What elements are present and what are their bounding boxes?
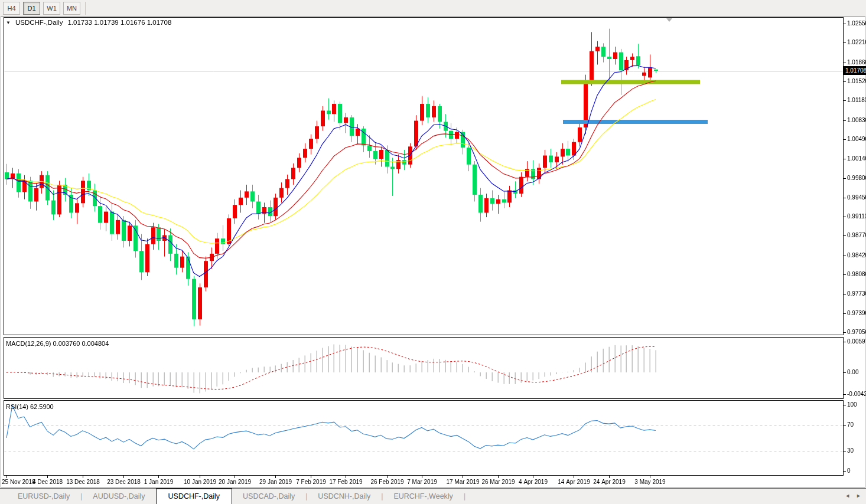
current-price-badge: 1.01708	[843, 66, 866, 75]
macd-name: MACD(12,26,9)	[6, 340, 51, 347]
macd-indicator-label: MACD(12,26,9) 0.003760 0.004804	[6, 340, 109, 347]
tab-scroll-controls: ◄ ►	[845, 493, 861, 499]
tab-audusd-daily[interactable]: AUDUSD-,Daily	[82, 489, 155, 504]
chart-shift-marker-icon	[666, 18, 672, 22]
macd-values: 0.003760 0.004804	[53, 340, 109, 347]
tab-usdchf-daily[interactable]: USDCHF-,Daily	[156, 488, 233, 504]
chart-canvas[interactable]	[0, 0, 866, 504]
ohlc-readout: 1.01733 1.01739 1.01676 1.01708	[67, 19, 171, 26]
rsi-value: 62.5900	[30, 403, 54, 410]
toolbar-separator	[85, 2, 86, 15]
scroll-right-icon[interactable]: ►	[856, 493, 861, 499]
timeframe-button-h4[interactable]: H4	[3, 2, 20, 15]
tab-usdcnh-daily[interactable]: USDCNH-,Daily	[307, 489, 381, 504]
tab-separator: |	[464, 489, 465, 504]
tab-eurusd-daily[interactable]: EURUSD-,Daily	[7, 489, 80, 504]
rsi-indicator-label: RSI(14) 62.5900	[6, 403, 54, 410]
symbol-dropdown-icon[interactable]: ▼	[6, 19, 11, 26]
chart-title: ▼ USDCHF-,Daily 1.01733 1.01739 1.01676 …	[6, 19, 171, 26]
timeframe-button-mn[interactable]: MN	[63, 2, 80, 15]
scroll-left-icon[interactable]: ◄	[845, 493, 850, 499]
symbol-name: USDCHF-,Daily	[15, 19, 63, 26]
timeframe-button-w1[interactable]: W1	[43, 2, 60, 15]
timeframe-button-d1[interactable]: D1	[23, 2, 40, 15]
tab-eurchf-weekly[interactable]: EURCHF-,Weekly	[383, 489, 463, 504]
tab-usdcad-daily[interactable]: USDCAD-,Daily	[232, 489, 305, 504]
rsi-name: RSI(14)	[6, 403, 28, 410]
symbol-tab-bar: EURUSD-,Daily|AUDUSD-,DailyUSDCHF-,Daily…	[0, 488, 866, 504]
trading-app-window: H4D1W1MN ▼ USDCHF-,Daily 1.01733 1.01739…	[0, 0, 866, 504]
timeframe-toolbar: H4D1W1MN	[0, 0, 866, 17]
